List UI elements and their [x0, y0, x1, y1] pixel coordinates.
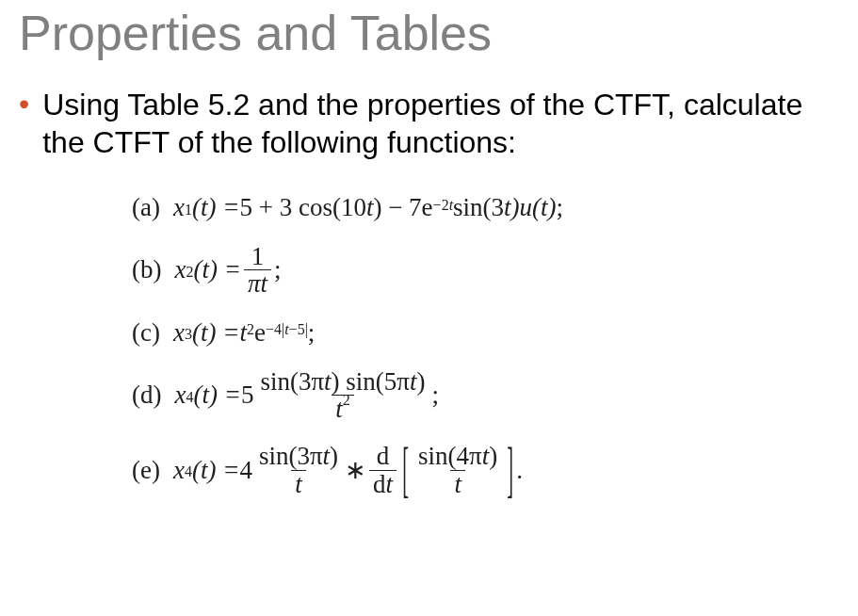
frac-b: 1 πt [244, 243, 271, 298]
eq-label-b: (b) [132, 255, 161, 284]
conv-op: ∗ [345, 455, 366, 485]
frac-d: sin(3πt) sin(5πt) t2 [256, 368, 429, 423]
equation-e: (e) x4(t) = 4 sin(3πt) t ∗ d dt [ sin(4π… [132, 443, 839, 497]
rhs-t1: t [366, 193, 374, 222]
exp-a: −4| [266, 321, 284, 337]
bullet-icon: • [19, 86, 29, 122]
den-sq: 2 [343, 392, 350, 408]
eq-end: ; [274, 255, 282, 284]
equation-list: (a) x1(t) = 5 + 3 cos(10t) − 7e−2t sin(3… [132, 193, 839, 497]
left-bracket-icon: [ [402, 440, 409, 501]
lhs-arg: (t) = [192, 193, 239, 222]
lhs-arg: (t) = [193, 255, 240, 284]
equation-d: (d) x4(t) = 5 sin(3πt) sin(5πt) t2 ; [132, 368, 839, 423]
f1-num-t: t [323, 442, 331, 470]
lhs-arg: (t) = [193, 381, 240, 410]
right-bracket-icon: ] [507, 440, 513, 501]
exp1-a: −2 [433, 197, 449, 213]
lhs-sub: 2 [186, 264, 193, 281]
rhs-t2: t [504, 193, 511, 222]
den-pi: π [248, 269, 261, 298]
frac-den: t [450, 470, 465, 497]
frac-num: sin(4πt) [414, 443, 501, 469]
frac-num: sin(3πt) [255, 443, 342, 469]
rhs-t3: (t) [532, 193, 556, 222]
lhs-sub: 3 [185, 326, 192, 343]
frac-den: t2 [332, 395, 354, 422]
page-title: Properties and Tables [19, 5, 839, 61]
f1-num-b: ) [330, 442, 338, 470]
frac-e2: sin(4πt) t [414, 443, 501, 497]
coef: 4 [239, 456, 252, 485]
rhs-u: )u [511, 193, 533, 222]
frac-e1: sin(3πt) t [255, 443, 342, 497]
frac-num: sin(3πt) sin(5πt) [256, 368, 429, 395]
equation-b: (b) x2(t) = 1 πt ; [132, 243, 839, 298]
rhs-end: ; [557, 193, 564, 222]
frac-den: t [291, 470, 306, 497]
f1-num-a: sin(3π [259, 442, 323, 470]
frac-ddt: d dt [369, 443, 397, 497]
eq-body-d: x4(t) = 5 sin(3πt) sin(5πt) t2 ; [174, 368, 439, 423]
lhs-var: x [173, 193, 185, 222]
eq-label-e: (e) [132, 456, 160, 485]
exp1-t: t [449, 197, 453, 213]
eq-label-d: (d) [132, 381, 161, 410]
exp-b: −5| [289, 321, 308, 337]
d-den-a: d [373, 470, 386, 498]
equation-a: (a) x1(t) = 5 + 3 cos(10t) − 7e−2t sin(3… [132, 193, 839, 222]
d-num: d [373, 443, 394, 469]
num-c: ) [416, 367, 425, 396]
rhs-prefix: 5 + 3 cos(10 [239, 193, 365, 222]
den-t: t [260, 269, 267, 298]
num-t1: t [324, 367, 332, 396]
exp1: −2t [433, 197, 453, 214]
eq-end: ; [431, 381, 439, 410]
rhs-mid: ) − 7e [373, 193, 432, 222]
frac-num: 1 [248, 243, 268, 269]
d-den-t: t [386, 470, 394, 498]
exp-c: −4|t−5| [266, 321, 308, 338]
lhs-sub: 4 [186, 389, 193, 406]
t-sq: 2 [247, 321, 254, 338]
lhs-sub: 4 [185, 463, 192, 480]
den-t: t [335, 395, 343, 423]
eq-end: ; [308, 318, 316, 348]
lhs-var: x [173, 318, 185, 348]
eq-label-a: (a) [132, 193, 160, 222]
t-var: t [239, 318, 247, 348]
frac-den: πt [244, 269, 271, 297]
lhs-var: x [173, 456, 185, 485]
equation-c: (c) x3(t) = t2e−4|t−5|; [132, 318, 839, 348]
lhs-var: x [174, 255, 186, 284]
lhs-arg: (t) = [192, 456, 239, 485]
eq-body-e: x4(t) = 4 sin(3πt) t ∗ d dt [ sin(4πt) t… [173, 443, 523, 497]
eq-label-c: (c) [132, 318, 160, 348]
prompt-text: Using Table 5.2 and the properties of th… [42, 86, 839, 161]
e-base: e [254, 318, 266, 348]
bullet-item: • Using Table 5.2 and the properties of … [19, 86, 839, 161]
num-a: sin(3π [260, 367, 324, 396]
f2-num-a: sin(4π [418, 442, 482, 470]
eq-end: . [516, 456, 523, 485]
lhs-var: x [174, 381, 186, 410]
coef: 5 [241, 381, 254, 410]
lhs-sub: 1 [185, 202, 192, 219]
eq-body-b: x2(t) = 1 πt ; [174, 243, 281, 298]
lhs-arg: (t) = [192, 318, 239, 348]
eq-body-a: x1(t) = 5 + 3 cos(10t) − 7e−2t sin(3t)u(… [173, 193, 563, 222]
d-den: dt [369, 470, 397, 497]
rhs-sin: sin(3 [453, 193, 504, 222]
f2-num-b: ) [489, 442, 497, 470]
eq-body-c: x3(t) = t2e−4|t−5|; [173, 318, 315, 348]
